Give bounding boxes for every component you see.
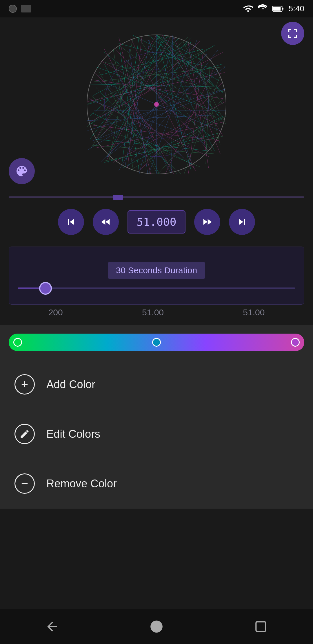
recent-apps-button[interactable] <box>251 616 271 637</box>
duration-slider-thumb[interactable] <box>39 282 52 295</box>
rect-status-icon <box>21 5 31 12</box>
spirograph-container: // We'll draw this as static SVG paths a… <box>81 29 232 180</box>
color-stop-2[interactable] <box>152 338 161 347</box>
color-stop-3[interactable] <box>291 338 300 347</box>
recent-apps-icon <box>254 619 268 634</box>
rewind-button[interactable] <box>93 209 119 235</box>
svg-line-38 <box>139 83 222 171</box>
bottom-navigation <box>0 609 313 644</box>
timeline-slider[interactable] <box>9 191 304 203</box>
skip-back-button[interactable] <box>58 209 84 235</box>
remove-color-item[interactable]: − Remove Color <box>0 459 313 509</box>
add-color-label: Add Color <box>46 378 95 391</box>
status-bar: 5:40 <box>0 0 313 17</box>
duration-badge: 30 Seconds Duration <box>108 262 205 279</box>
svg-rect-102 <box>256 622 265 631</box>
svg-line-63 <box>104 136 223 161</box>
status-time: 5:40 <box>289 4 305 13</box>
edit-colors-item[interactable]: Edit Colors <box>0 409 313 459</box>
home-icon <box>149 619 164 634</box>
palette-button[interactable] <box>9 158 35 184</box>
spirograph-svg: // We'll draw this as static SVG paths a… <box>81 29 232 180</box>
skip-back-icon <box>65 216 77 228</box>
add-color-item[interactable]: + Add Color <box>0 360 313 409</box>
fullscreen-icon <box>287 28 299 39</box>
svg-rect-2 <box>282 8 283 10</box>
remove-color-icon: − <box>14 473 35 494</box>
svg-line-95 <box>111 63 171 173</box>
skip-forward-icon <box>236 216 248 228</box>
svg-point-101 <box>150 621 163 633</box>
svg-line-60 <box>184 77 220 174</box>
time-display: 51.000 <box>128 210 185 234</box>
color-stop-1[interactable] <box>13 338 22 347</box>
palette-icon <box>15 164 29 178</box>
color-gradient-strip[interactable] <box>9 334 304 351</box>
timeline-thumb[interactable] <box>113 195 123 200</box>
svg-line-24 <box>122 35 139 165</box>
wifi-icon <box>243 3 253 14</box>
edit-colors-label: Edit Colors <box>46 428 100 440</box>
svg-line-7 <box>156 35 220 90</box>
svg-line-84 <box>107 84 220 131</box>
circle-status-icon <box>9 5 17 13</box>
svg-line-6 <box>156 35 223 122</box>
menu-area: + Add Color Edit Colors − Remove Color <box>0 360 313 509</box>
svg-line-42 <box>89 99 209 157</box>
timeline-track <box>9 196 304 198</box>
time-value: 51.000 <box>137 216 176 228</box>
svg-line-10 <box>90 38 180 116</box>
svg-line-90 <box>107 67 225 157</box>
transport-controls: 51.000 <box>0 209 313 235</box>
svg-line-53 <box>114 47 209 151</box>
skip-forward-button[interactable] <box>229 209 255 235</box>
fast-forward-icon <box>201 216 213 228</box>
svg-line-35 <box>188 44 209 168</box>
value-2: 51.00 <box>142 307 164 317</box>
duration-panel: 30 Seconds Duration <box>9 247 304 305</box>
back-icon <box>45 619 59 634</box>
svg-line-34 <box>174 37 220 154</box>
svg-line-62 <box>130 116 226 170</box>
svg-line-51 <box>92 80 223 99</box>
color-strip-container <box>0 325 313 360</box>
svg-rect-1 <box>273 7 281 11</box>
values-row: 200 51.00 51.00 <box>9 307 304 317</box>
visualization-area: // We'll draw this as static SVG paths a… <box>0 17 313 191</box>
add-color-icon: + <box>14 374 35 395</box>
status-right: 5:40 <box>243 3 305 14</box>
svg-line-44 <box>104 49 174 174</box>
svg-line-57 <box>183 41 226 125</box>
remove-color-label: Remove Color <box>46 477 117 490</box>
duration-slider[interactable] <box>18 287 295 289</box>
svg-line-72 <box>88 46 213 104</box>
svg-point-100 <box>154 102 159 107</box>
edit-colors-icon <box>14 424 35 444</box>
back-button[interactable] <box>42 616 62 637</box>
fast-forward-button[interactable] <box>194 209 220 235</box>
svg-line-93 <box>90 100 206 141</box>
home-button[interactable] <box>146 616 167 637</box>
svg-line-56 <box>168 36 223 104</box>
svg-line-76 <box>138 37 212 151</box>
signal-icon <box>257 3 268 14</box>
value-3: 51.00 <box>243 307 265 317</box>
battery-icon <box>272 3 285 14</box>
status-icons-left <box>9 5 31 13</box>
fullscreen-button[interactable] <box>281 22 304 45</box>
value-1: 200 <box>48 307 63 317</box>
svg-line-49 <box>88 52 223 123</box>
svg-line-61 <box>158 96 225 174</box>
rewind-icon <box>100 216 112 228</box>
